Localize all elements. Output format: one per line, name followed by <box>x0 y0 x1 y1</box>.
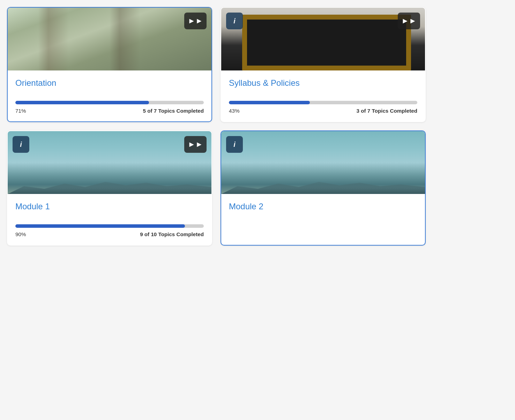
progress-bar-bg-orientation <box>15 101 204 104</box>
card-title-orientation: Orientation <box>15 77 204 88</box>
card-body-module2: Module 2 <box>221 194 425 232</box>
progress-bar-bg-module1 <box>15 224 204 228</box>
card-body-orientation: Orientation71%5 of 7 Topics Completed <box>8 70 211 121</box>
progress-topics-syllabus: 3 of 7 Topics Completed <box>357 108 417 114</box>
progress-topics-orientation: 5 of 7 Topics Completed <box>143 108 204 114</box>
info-button-syllabus[interactable]: i <box>226 13 243 29</box>
progress-percent-module1: 90% <box>15 231 26 237</box>
card-image-orientation: ►► <box>8 8 211 70</box>
progress-bar-fill-orientation <box>15 101 149 104</box>
progress-percent-orientation: 71% <box>15 108 26 114</box>
info-button-module2[interactable]: i <box>226 136 243 153</box>
card-title-module1: Module 1 <box>15 201 204 212</box>
course-cards-grid: ►►Orientation71%5 of 7 Topics Completedi… <box>7 7 426 246</box>
card-body-module1: Module 190%9 of 10 Topics Completed <box>8 194 211 245</box>
card-module1[interactable]: i►►Module 190%9 of 10 Topics Completed <box>7 130 212 246</box>
card-syllabus[interactable]: i►►Syllabus & Policies43%3 of 7 Topics C… <box>221 7 426 122</box>
card-image-syllabus: i►► <box>221 8 425 70</box>
progress-topics-module1: 9 of 10 Topics Completed <box>140 231 204 237</box>
progress-section-syllabus: 43%3 of 7 Topics Completed <box>229 101 417 114</box>
card-orientation[interactable]: ►►Orientation71%5 of 7 Topics Completed <box>7 7 212 122</box>
card-module2[interactable]: iModule 2 <box>221 130 426 246</box>
card-title-module2: Module 2 <box>229 201 417 212</box>
card-image-module1: i►► <box>8 131 211 194</box>
progress-labels-orientation: 71%5 of 7 Topics Completed <box>15 108 204 114</box>
skip-button-syllabus[interactable]: ►► <box>398 13 420 29</box>
info-button-module1[interactable]: i <box>13 136 29 153</box>
card-body-syllabus: Syllabus & Policies43%3 of 7 Topics Comp… <box>221 70 425 121</box>
skip-button-orientation[interactable]: ►► <box>184 13 207 29</box>
progress-labels-module1: 90%9 of 10 Topics Completed <box>15 231 204 237</box>
progress-section-orientation: 71%5 of 7 Topics Completed <box>15 101 204 114</box>
progress-labels-syllabus: 43%3 of 7 Topics Completed <box>229 108 417 114</box>
card-title-syllabus: Syllabus & Policies <box>229 77 417 88</box>
progress-section-module1: 90%9 of 10 Topics Completed <box>15 224 204 237</box>
skip-button-module1[interactable]: ►► <box>184 136 207 153</box>
progress-bar-fill-module1 <box>15 224 185 228</box>
card-image-module2: i <box>221 131 425 194</box>
progress-bar-bg-syllabus <box>229 101 417 104</box>
progress-bar-fill-syllabus <box>229 101 310 104</box>
progress-percent-syllabus: 43% <box>229 108 239 114</box>
